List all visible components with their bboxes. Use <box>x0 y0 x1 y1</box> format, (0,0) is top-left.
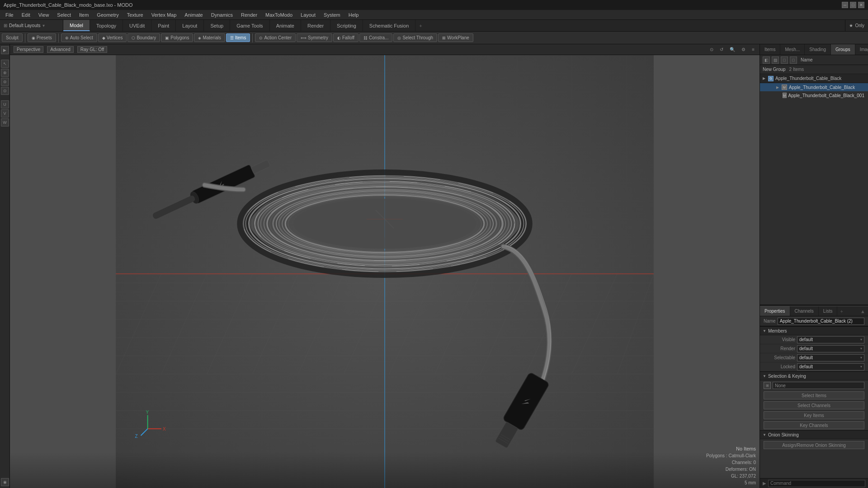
vp-icon-2[interactable]: ↺ <box>718 47 725 52</box>
tab-groups[interactable]: Groups <box>831 44 855 55</box>
tree-group-header[interactable]: ▶ G Apple_Thunderbolt_Cable_Black <box>760 74 868 83</box>
workplane-button[interactable]: ⊠ WorkPlane <box>438 33 473 42</box>
tool-bottom[interactable]: ◉ <box>1 478 9 486</box>
tab-paint[interactable]: Paint <box>151 20 176 31</box>
layout-dropdown-arrow[interactable]: ▾ <box>42 23 45 28</box>
onion-section-header[interactable]: ▼ Onion Skinning <box>760 430 868 439</box>
select-items-button[interactable]: Select Items <box>764 391 864 399</box>
tool-uv[interactable]: U <box>1 100 9 108</box>
presets-button[interactable]: ◉ Presets <box>28 33 56 42</box>
members-section-header[interactable]: ▼ Members <box>760 326 868 335</box>
menu-select[interactable]: Select <box>53 11 75 19</box>
viewport[interactable]: Perspective Advanced Ray GL: Off ⊙ ↺ 🔍 ⚙… <box>10 44 760 488</box>
gh-btn-3[interactable]: □ <box>781 56 788 64</box>
tab-animate[interactable]: Animate <box>270 20 301 31</box>
perspective-label[interactable]: Perspective <box>14 46 43 53</box>
locked-dropdown[interactable]: default ▾ <box>797 363 864 371</box>
polygons-button[interactable]: ▣ Polygons <box>161 33 193 42</box>
tool-2[interactable]: ⊕ <box>1 69 9 77</box>
tool-expand[interactable]: ▶ <box>1 46 9 54</box>
tab-setup[interactable]: Setup <box>204 20 230 31</box>
menu-system[interactable]: System <box>320 11 344 19</box>
vp-icon-3[interactable]: 🔍 <box>728 47 736 52</box>
sculpt-button[interactable]: Sculpt <box>2 33 23 42</box>
raygl-label[interactable]: Ray GL: Off <box>77 46 108 53</box>
menu-layout[interactable]: Layout <box>297 11 319 19</box>
layout-selector-label[interactable]: Default Layouts <box>9 23 41 28</box>
tree-item-0[interactable]: ▶ M Apple_Thunderbolt_Cable_Black <box>760 83 868 91</box>
menu-animate[interactable]: Animate <box>181 11 206 19</box>
select-through-button[interactable]: ◎ Select Through <box>393 33 437 42</box>
gh-btn-1[interactable]: ◧ <box>763 56 770 64</box>
only-label[interactable]: Only <box>855 23 864 28</box>
props-tab-properties[interactable]: Properties <box>760 306 790 316</box>
menu-render[interactable]: Render <box>237 11 261 19</box>
tab-render[interactable]: Render <box>301 20 330 31</box>
props-expand-button[interactable]: ▲ <box>858 306 868 316</box>
menu-dynamics[interactable]: Dynamics <box>208 11 236 19</box>
menu-texture[interactable]: Texture <box>123 11 147 19</box>
advanced-label[interactable]: Advanced <box>47 46 73 53</box>
menu-view[interactable]: View <box>35 11 53 19</box>
boundary-button[interactable]: ⬡ Boundary <box>127 33 160 42</box>
tab-gametools[interactable]: Game Tools <box>230 20 270 31</box>
sel-key-section-header[interactable]: ▼ Selection & Keying <box>760 371 868 380</box>
command-input[interactable] <box>768 480 865 487</box>
constraint-button[interactable]: ⛓ Constra... <box>359 33 392 42</box>
menu-geometry[interactable]: Geometry <box>93 11 122 19</box>
assign-remove-button[interactable]: Assign/Remove Onion Skinning <box>764 441 864 449</box>
tab-scripting[interactable]: Scripting <box>330 20 363 31</box>
close-button[interactable]: ✕ <box>858 2 864 8</box>
props-tab-channels[interactable]: Channels <box>790 306 819 316</box>
tool-3[interactable]: ⊖ <box>1 78 9 86</box>
tool-v[interactable]: V <box>1 109 9 117</box>
key-channels-button[interactable]: Key Channels <box>764 421 864 429</box>
items-button[interactable]: ☰ Items <box>226 33 250 42</box>
symmetry-button[interactable]: ⟺ Symmetry <box>297 33 332 42</box>
tab-shading[interactable]: Shading <box>805 44 831 55</box>
vp-icon-4[interactable]: ⚙ <box>740 47 747 52</box>
menu-help[interactable]: Help <box>345 11 363 19</box>
menu-edit[interactable]: Edit <box>18 11 34 19</box>
tool-4[interactable]: ⊙ <box>1 87 9 95</box>
tab-mesh[interactable]: Mesh... <box>780 44 805 55</box>
tool-1[interactable]: ↖ <box>1 60 9 68</box>
tab-topology[interactable]: Topology <box>90 20 123 31</box>
tab-schematic[interactable]: Schematic Fusion <box>363 20 415 31</box>
tab-items[interactable]: Items <box>760 44 780 55</box>
name-input[interactable] <box>778 318 864 325</box>
props-tab-lists[interactable]: Lists <box>819 306 838 316</box>
props-tab-add[interactable]: + <box>837 306 845 316</box>
star-icon[interactable]: ★ <box>849 23 853 28</box>
minimize-button[interactable]: ─ <box>842 2 848 8</box>
vp-icon-1[interactable]: ⊙ <box>708 47 715 52</box>
tool-w[interactable]: W <box>1 118 9 127</box>
sel-key-none-input[interactable] <box>773 382 864 389</box>
select-channels-button[interactable]: Select Channels <box>764 401 864 409</box>
tree-item-1[interactable]: M Apple_Thunderbolt_Cable_Black_001 <box>760 91 868 99</box>
menu-vertexmap[interactable]: Vertex Map <box>148 11 180 19</box>
canvas[interactable]: X Y Z No Items Polygons : Catmull-Clark … <box>10 55 760 488</box>
gh-btn-2[interactable]: ▨ <box>772 56 779 64</box>
tab-layout[interactable]: Layout <box>176 20 204 31</box>
tab-model[interactable]: Model <box>63 20 90 31</box>
visible-dropdown[interactable]: default ▾ <box>797 336 864 343</box>
tab-add-button[interactable]: + <box>415 20 425 31</box>
vp-icon-5[interactable]: ≡ <box>750 47 756 52</box>
falloff-button[interactable]: ◐ Falloff <box>333 33 359 42</box>
tab-images[interactable]: Images <box>855 44 868 55</box>
sel-key-grid-icon[interactable]: ⊞ <box>764 382 771 389</box>
selectable-dropdown[interactable]: default ▾ <box>797 354 864 361</box>
tab-uvedit[interactable]: UVEdit <box>123 20 151 31</box>
vertices-button[interactable]: ◆ Vertices <box>98 33 127 42</box>
render-dropdown[interactable]: default ▾ <box>797 345 864 352</box>
maximize-button[interactable]: □ <box>850 2 856 8</box>
materials-button[interactable]: ◈ Materials <box>194 33 225 42</box>
menu-maxtomodo[interactable]: MaxToModo <box>262 11 296 19</box>
auto-select-button[interactable]: ⊕ Auto Select <box>61 33 97 42</box>
key-items-button[interactable]: Key Items <box>764 411 864 419</box>
menu-item[interactable]: Item <box>75 11 92 19</box>
menu-file[interactable]: File <box>2 11 17 19</box>
gh-btn-4[interactable]: □ <box>790 56 797 64</box>
action-center-button[interactable]: ⊙ Action Center <box>255 33 296 42</box>
